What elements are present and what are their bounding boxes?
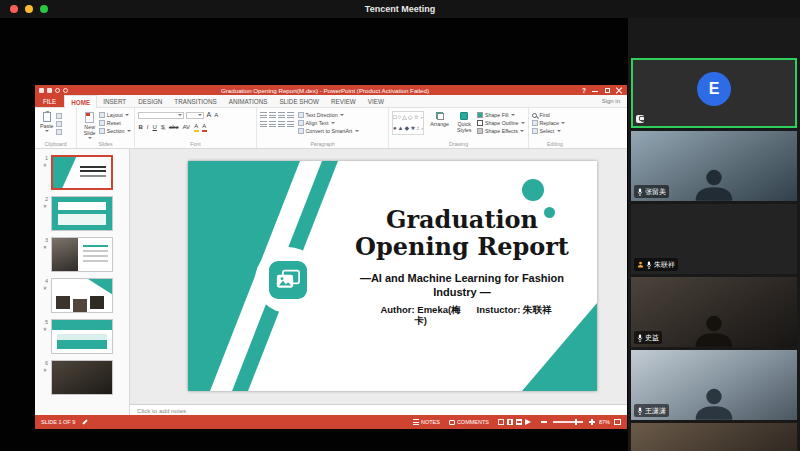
tab-design[interactable]: DESIGN bbox=[132, 95, 168, 107]
decrease-indent-icon[interactable] bbox=[278, 112, 285, 118]
slide-thumbnail-4[interactable] bbox=[51, 278, 113, 313]
font-size-select[interactable] bbox=[186, 112, 204, 119]
underline-button[interactable]: U bbox=[152, 123, 157, 131]
section-button[interactable]: Section bbox=[99, 128, 131, 134]
current-slide[interactable]: Graduation Opening Report —AI and Machin… bbox=[188, 161, 597, 391]
tab-home[interactable]: HOME bbox=[64, 95, 97, 108]
slide-thumbnail-5[interactable] bbox=[51, 319, 113, 354]
help-icon[interactable]: ? bbox=[582, 87, 586, 94]
zoom-level[interactable]: 87% bbox=[599, 419, 610, 425]
bold-button[interactable]: B bbox=[138, 123, 143, 131]
shape-fill-button[interactable]: Shape Fill bbox=[477, 112, 525, 118]
minimize-icon[interactable] bbox=[592, 87, 598, 93]
reading-view-icon[interactable] bbox=[516, 419, 522, 425]
font-name-select[interactable] bbox=[138, 112, 184, 119]
character-spacing-button[interactable]: AV bbox=[182, 123, 191, 131]
zoom-slider-thumb[interactable] bbox=[575, 419, 578, 425]
teal-circle-large bbox=[522, 179, 544, 201]
slide-thumbnail-1[interactable] bbox=[51, 155, 113, 190]
tab-animations[interactable]: ANIMATIONS bbox=[223, 95, 274, 107]
participant-tile[interactable]: 朱联祥 bbox=[631, 204, 797, 274]
align-left-icon[interactable] bbox=[260, 121, 267, 127]
pen-icon[interactable] bbox=[82, 419, 88, 425]
shape-effects-button[interactable]: Shape Effects bbox=[477, 128, 525, 134]
tab-file[interactable]: FILE bbox=[35, 95, 64, 107]
save-icon[interactable] bbox=[47, 88, 52, 93]
tab-review[interactable]: REVIEW bbox=[325, 95, 362, 107]
layout-button[interactable]: Layout bbox=[99, 112, 131, 118]
transition-star-icon bbox=[43, 327, 47, 331]
comments-toggle-button[interactable]: COMMENTS bbox=[449, 419, 489, 425]
slide-subtitle-line-1: —AI and Machine Learning for Fashion bbox=[334, 272, 590, 286]
participant-tile[interactable]: 王潇潇 bbox=[631, 350, 797, 420]
paste-button[interactable]: Paste bbox=[38, 111, 56, 133]
text-shadow-button[interactable]: S bbox=[160, 123, 165, 131]
sign-in-link[interactable]: Sign in bbox=[602, 95, 627, 107]
participant-tile[interactable]: 张留美 bbox=[631, 131, 797, 201]
slide-thumbnail-6[interactable] bbox=[51, 360, 113, 395]
zoom-out-icon[interactable] bbox=[541, 421, 547, 423]
slide-thumbnail-3[interactable] bbox=[51, 237, 113, 272]
text-direction-label: Text Direction bbox=[306, 112, 338, 118]
italic-button[interactable]: I bbox=[146, 123, 149, 131]
undo-icon[interactable] bbox=[55, 88, 60, 93]
tab-insert[interactable]: INSERT bbox=[97, 95, 132, 107]
slide-thumbnail-2[interactable] bbox=[51, 196, 113, 231]
close-icon[interactable] bbox=[616, 87, 622, 93]
normal-view-icon[interactable] bbox=[498, 419, 504, 425]
slide-sorter-icon[interactable] bbox=[507, 419, 513, 425]
participant-tile[interactable] bbox=[631, 423, 797, 451]
shapes-gallery[interactable]: □○△◇☆↔ ●▲◆★↕↗ bbox=[392, 111, 424, 135]
powerpoint-icon bbox=[39, 88, 44, 93]
quick-styles-button[interactable]: Quick Styles bbox=[455, 111, 473, 134]
notes-toggle-button[interactable]: NOTES bbox=[413, 419, 440, 425]
increase-font-icon[interactable]: A bbox=[206, 111, 212, 119]
tab-transitions[interactable]: TRANSITIONS bbox=[168, 95, 222, 107]
select-button[interactable]: Select bbox=[532, 128, 578, 134]
zoom-slider[interactable] bbox=[553, 421, 583, 423]
cut-icon[interactable] bbox=[56, 113, 62, 119]
paste-label: Paste bbox=[40, 123, 54, 129]
participant-name-tag: 史益 bbox=[634, 331, 662, 344]
text-direction-button[interactable]: Text Direction bbox=[298, 112, 359, 118]
arrange-button[interactable]: Arrange bbox=[428, 111, 451, 128]
decrease-font-icon[interactable]: A bbox=[214, 111, 219, 119]
copy-icon[interactable] bbox=[56, 121, 62, 127]
font-color-button[interactable]: A bbox=[202, 122, 207, 132]
thumbnail-row-2: 2 bbox=[35, 196, 129, 231]
notes-pane[interactable]: Click to add notes bbox=[130, 404, 627, 415]
fit-slide-icon[interactable] bbox=[614, 419, 621, 425]
slide-number: 4 bbox=[35, 278, 48, 284]
participant-name: 王潇潇 bbox=[645, 406, 666, 416]
slide-subtitle[interactable]: —AI and Machine Learning for Fashion Ind… bbox=[334, 272, 590, 300]
participant-tile[interactable]: 史益 bbox=[631, 277, 797, 347]
align-right-icon[interactable] bbox=[278, 121, 285, 127]
shape-fill-icon bbox=[477, 112, 483, 118]
increase-indent-icon[interactable] bbox=[287, 112, 294, 118]
reset-button[interactable]: Reset bbox=[99, 120, 131, 126]
tab-slide-show[interactable]: SLIDE SHOW bbox=[273, 95, 325, 107]
tab-view[interactable]: VIEW bbox=[362, 95, 390, 107]
slideshow-icon[interactable] bbox=[525, 419, 531, 425]
shape-outline-button[interactable]: Shape Outline bbox=[477, 120, 525, 126]
select-dropdown-icon bbox=[557, 130, 561, 132]
zoom-in-icon[interactable] bbox=[589, 419, 595, 425]
strikethrough-button[interactable]: abc bbox=[168, 123, 179, 131]
thumbnail-row-6: 6 bbox=[35, 360, 129, 395]
align-center-icon[interactable] bbox=[269, 121, 276, 127]
format-painter-icon[interactable] bbox=[56, 129, 62, 135]
replace-button[interactable]: Replace bbox=[532, 120, 578, 126]
numbering-icon[interactable] bbox=[269, 112, 276, 118]
participant-tile-screen-share[interactable]: E Screen shared by E... bbox=[631, 58, 797, 128]
justify-icon[interactable] bbox=[287, 121, 294, 127]
slide-title[interactable]: Graduation Opening Report bbox=[334, 207, 590, 261]
convert-smartart-button[interactable]: Convert to SmartArt bbox=[298, 128, 359, 134]
participant-name-tag: Screen shared by E... bbox=[636, 115, 644, 123]
bullets-icon[interactable] bbox=[260, 112, 267, 118]
find-button[interactable]: Find bbox=[532, 112, 578, 118]
maximize-icon[interactable] bbox=[604, 87, 610, 93]
new-slide-button[interactable]: New Slide bbox=[80, 111, 99, 140]
slide-authors[interactable]: Author: Emeka(梅卡) Instuctor: 朱联祥 bbox=[344, 304, 584, 327]
align-text-button[interactable]: Align Text bbox=[298, 120, 359, 126]
highlight-color-button[interactable]: A bbox=[194, 122, 199, 132]
